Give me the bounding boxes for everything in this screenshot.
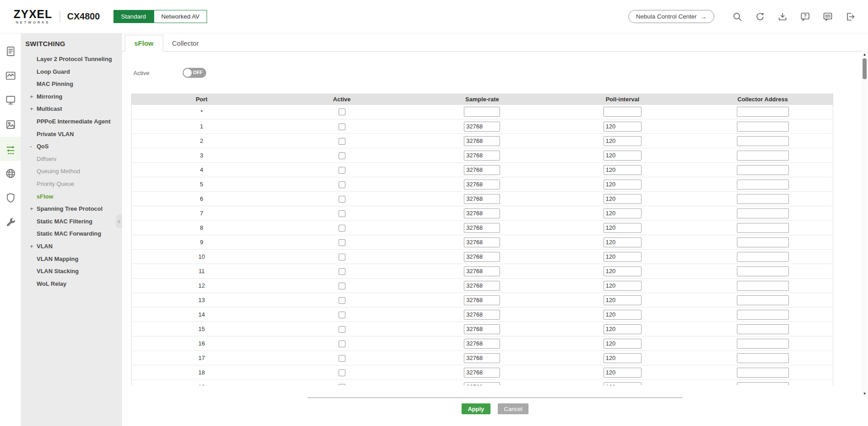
wrench-icon[interactable] (0, 210, 21, 234)
active-checkbox[interactable] (339, 384, 345, 385)
active-checkbox[interactable] (339, 369, 345, 376)
poll-interval-input[interactable] (604, 382, 642, 386)
collapse-minus-icon[interactable]: - (30, 143, 34, 150)
active-checkbox[interactable] (339, 239, 345, 246)
sidebar-item-multicast[interactable]: +Multicast (21, 103, 122, 115)
sample-rate-input[interactable] (464, 237, 500, 247)
sample-rate-input[interactable] (464, 266, 500, 276)
collector-address-input[interactable] (737, 223, 789, 233)
sidebar-item-layer-2-protocol-tunneling[interactable]: Layer 2 Protocol Tunneling (21, 53, 122, 66)
sample-rate-input[interactable] (464, 151, 500, 161)
sidebar-item-pppoe-intermediate-agent[interactable]: PPPoE Intermediate Agent (21, 115, 122, 128)
active-toggle[interactable]: OFF (183, 68, 206, 78)
sample-rate-input[interactable] (464, 180, 500, 189)
monitor-icon[interactable] (0, 88, 21, 112)
sample-rate-input[interactable] (464, 295, 500, 305)
collector-address-input[interactable] (737, 295, 789, 305)
shield-icon[interactable] (0, 185, 21, 210)
monitoring-icon[interactable] (0, 63, 21, 88)
sidebar-item-mac-pinning[interactable]: MAC Pinning (21, 78, 122, 90)
poll-interval-input[interactable] (604, 339, 642, 349)
scroll-thumb[interactable] (863, 58, 867, 79)
sidebar-item-spanning-tree-protocol[interactable]: +Spanning Tree Protocol (21, 203, 122, 215)
poll-interval-input[interactable] (604, 295, 642, 305)
expand-plus-icon[interactable]: + (30, 105, 34, 113)
help-icon[interactable]: ? (799, 11, 811, 23)
sidebar-item-mirroring[interactable]: +Mirroring (21, 90, 122, 103)
active-checkbox[interactable] (339, 152, 345, 159)
globe-icon[interactable] (0, 161, 21, 185)
sample-rate-input[interactable] (464, 122, 500, 132)
sidebar-collapse-button[interactable]: ‹ (116, 214, 122, 228)
sample-rate-input[interactable] (464, 353, 500, 363)
switching-icon[interactable] (0, 137, 21, 161)
active-checkbox[interactable] (339, 109, 345, 115)
collector-address-input[interactable] (737, 368, 789, 378)
collector-address-input[interactable] (737, 382, 789, 386)
scroll-up-icon[interactable]: ▲ (862, 51, 868, 57)
refresh-icon[interactable] (754, 11, 766, 23)
feedback-icon[interactable] (822, 11, 834, 23)
collector-address-input[interactable] (737, 252, 789, 262)
collector-address-input[interactable] (737, 136, 789, 146)
active-checkbox[interactable] (339, 326, 345, 333)
active-checkbox[interactable] (339, 341, 345, 347)
active-checkbox[interactable] (339, 268, 345, 275)
logout-icon[interactable] (844, 11, 856, 23)
collector-address-input[interactable] (737, 339, 789, 349)
scroll-down-icon[interactable]: ▼ (862, 390, 868, 397)
sidebar-item-vlan-stacking[interactable]: VLAN Stacking (21, 265, 122, 278)
sample-rate-input[interactable] (464, 339, 500, 349)
expand-plus-icon[interactable]: + (30, 243, 34, 250)
report-icon[interactable] (0, 39, 21, 63)
collector-address-input[interactable] (737, 107, 789, 117)
download-icon[interactable] (777, 11, 788, 23)
sample-rate-input[interactable] (464, 281, 500, 291)
sample-rate-input[interactable] (464, 223, 500, 233)
active-checkbox[interactable] (339, 225, 345, 232)
collector-address-input[interactable] (737, 281, 789, 291)
collector-address-input[interactable] (737, 353, 789, 363)
sidebar-item-static-mac-forwarding[interactable]: Static MAC Forwarding (21, 227, 122, 240)
active-checkbox[interactable] (339, 312, 345, 318)
poll-interval-input[interactable] (604, 281, 642, 291)
poll-interval-input[interactable] (604, 324, 642, 334)
poll-interval-input[interactable] (604, 310, 642, 320)
poll-interval-input[interactable] (604, 266, 642, 276)
sample-rate-input[interactable] (464, 382, 500, 386)
poll-interval-input[interactable] (604, 208, 642, 218)
image-icon[interactable] (0, 112, 21, 137)
poll-interval-input[interactable] (604, 223, 642, 233)
sample-rate-input[interactable] (464, 208, 500, 218)
collector-address-input[interactable] (737, 237, 789, 247)
collector-address-input[interactable] (737, 122, 789, 132)
poll-interval-input[interactable] (604, 368, 642, 378)
active-checkbox[interactable] (339, 138, 345, 145)
active-checkbox[interactable] (339, 196, 345, 203)
expand-plus-icon[interactable]: + (30, 205, 34, 213)
poll-interval-input[interactable] (604, 353, 642, 363)
sidebar-item-private-vlan[interactable]: Private VLAN (21, 128, 122, 141)
sidebar-item-loop-guard[interactable]: Loop Guard (21, 66, 122, 78)
sidebar-item-wol-relay[interactable]: WoL Relay (21, 278, 122, 290)
poll-interval-input[interactable] (604, 252, 642, 262)
tab-sflow[interactable]: sFlow (125, 35, 163, 52)
nebula-control-center-button[interactable]: Nebula Control Center → (628, 10, 714, 23)
collector-address-input[interactable] (737, 208, 789, 218)
cancel-button[interactable]: Cancel (498, 403, 528, 414)
sample-rate-input[interactable] (464, 107, 500, 117)
active-checkbox[interactable] (339, 167, 345, 174)
sample-rate-input[interactable] (464, 165, 500, 175)
tab-collector[interactable]: Collector (163, 35, 208, 51)
collector-address-input[interactable] (737, 165, 789, 175)
sample-rate-input[interactable] (464, 136, 500, 146)
sidebar-item-vlan-mapping[interactable]: VLAN Mapping (21, 253, 122, 265)
active-checkbox[interactable] (339, 123, 345, 130)
active-checkbox[interactable] (339, 210, 345, 217)
apply-button[interactable]: Apply (462, 403, 491, 414)
poll-interval-input[interactable] (604, 136, 642, 146)
sidebar-item-qos[interactable]: -QoS (21, 140, 122, 153)
search-icon[interactable] (731, 11, 743, 23)
collector-address-input[interactable] (737, 266, 789, 276)
poll-interval-input[interactable] (604, 151, 642, 161)
